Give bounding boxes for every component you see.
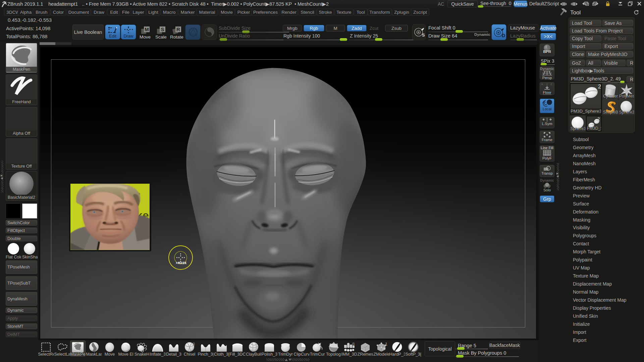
svg-text:D: D bbox=[502, 33, 505, 38]
svg-text:8: 8 bbox=[193, 342, 195, 347]
svg-text:8: 8 bbox=[352, 342, 355, 347]
svg-text:+MASK: +MASK bbox=[176, 261, 187, 265]
svg-text:S: S bbox=[422, 33, 425, 38]
svg-text:⤺: ⤺ bbox=[542, 100, 546, 104]
svg-text:S: S bbox=[161, 26, 164, 32]
svg-text:R: R bbox=[176, 26, 180, 32]
svg-text:2: 2 bbox=[598, 84, 601, 89]
svg-text:1: 1 bbox=[385, 342, 387, 347]
svg-text:M: M bbox=[145, 26, 149, 32]
svg-text:2: 2 bbox=[597, 116, 600, 121]
